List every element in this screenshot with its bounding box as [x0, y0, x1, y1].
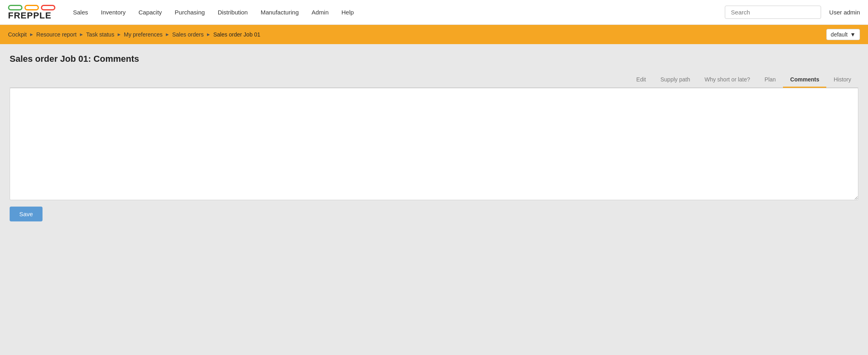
nav-distribution[interactable]: Distribution — [212, 6, 254, 19]
top-navigation: FREPPLE Sales Inventory Capacity Purchas… — [0, 0, 868, 25]
scenario-chevron-icon: ▼ — [850, 31, 856, 38]
nav-purchasing[interactable]: Purchasing — [169, 6, 211, 19]
logo-shapes — [8, 5, 55, 10]
search-input[interactable] — [725, 6, 821, 19]
comment-section — [10, 88, 858, 200]
breadcrumb-sep-4: ► — [165, 32, 170, 37]
logo-shape-green — [8, 5, 22, 10]
tab-supply-path[interactable]: Supply path — [653, 72, 697, 88]
breadcrumb: Cockpit ► Resource report ► Task status … — [8, 31, 260, 38]
tabs-container: Edit Supply path Why short or late? Plan… — [10, 72, 858, 88]
nav-admin[interactable]: Admin — [306, 6, 335, 19]
tab-comments[interactable]: Comments — [783, 72, 826, 88]
breadcrumb-bar: Cockpit ► Resource report ► Task status … — [0, 25, 868, 44]
breadcrumb-sales-orders[interactable]: Sales orders — [172, 31, 204, 38]
scenario-selector[interactable]: default ▼ — [826, 29, 860, 40]
comment-textarea[interactable] — [10, 88, 858, 200]
breadcrumb-resource-report[interactable]: Resource report — [37, 31, 77, 38]
nav-help[interactable]: Help — [336, 6, 359, 19]
save-button[interactable]: Save — [10, 207, 43, 221]
search-box — [725, 6, 821, 19]
app-logo[interactable]: FREPPLE — [8, 5, 55, 20]
nav-sales[interactable]: Sales — [67, 6, 94, 19]
tab-history[interactable]: History — [826, 72, 858, 88]
page-title: Sales order Job 01: Comments — [10, 54, 858, 64]
logo-text: FREPPLE — [8, 11, 55, 20]
breadcrumb-my-preferences[interactable]: My preferences — [124, 31, 162, 38]
breadcrumb-sep-3: ► — [117, 32, 122, 37]
breadcrumb-sep-5: ► — [206, 32, 211, 37]
nav-capacity[interactable]: Capacity — [133, 6, 167, 19]
nav-links: Sales Inventory Capacity Purchasing Dist… — [67, 6, 717, 19]
breadcrumb-sep-1: ► — [29, 32, 34, 37]
logo-shape-red — [41, 5, 55, 10]
breadcrumb-task-status[interactable]: Task status — [86, 31, 114, 38]
scenario-label: default — [831, 31, 848, 38]
tab-why-short-or-late[interactable]: Why short or late? — [697, 72, 757, 88]
nav-inventory[interactable]: Inventory — [95, 6, 132, 19]
breadcrumb-cockpit[interactable]: Cockpit — [8, 31, 27, 38]
nav-manufacturing[interactable]: Manufacturing — [255, 6, 304, 19]
breadcrumb-sep-2: ► — [79, 32, 84, 37]
breadcrumb-current: Sales order Job 01 — [213, 31, 261, 38]
main-content: Sales order Job 01: Comments Edit Supply… — [0, 44, 868, 355]
tab-edit[interactable]: Edit — [629, 72, 653, 88]
tab-plan[interactable]: Plan — [757, 72, 783, 88]
logo-shape-orange — [24, 5, 39, 10]
user-admin-link[interactable]: User admin — [829, 9, 860, 16]
